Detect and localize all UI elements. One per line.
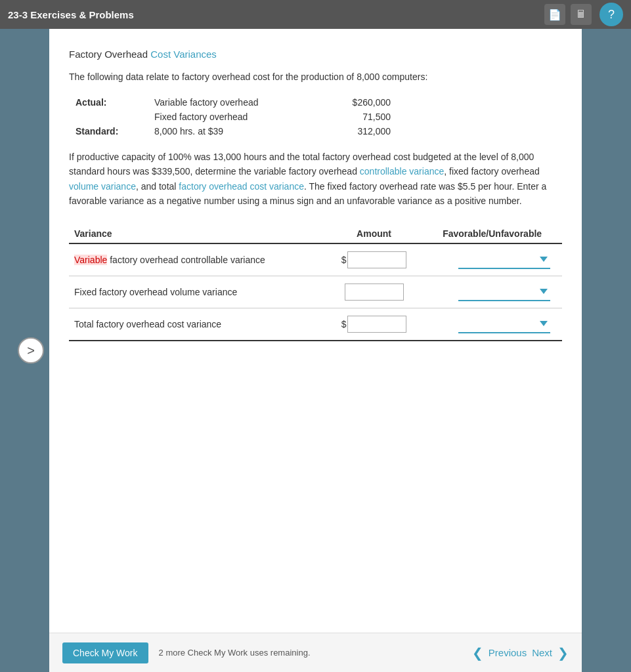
- intro-text: The following data relate to factory ove…: [69, 70, 562, 84]
- variance-label-cell: Fixed factory overhead volume variance: [69, 276, 326, 308]
- variance-label-cell: Variable factory overhead controllable v…: [69, 243, 326, 276]
- actual-row2-value: 71,500: [325, 112, 391, 122]
- amount-cell: $: [326, 308, 423, 341]
- cost-variances-link[interactable]: Cost Variances: [150, 49, 217, 60]
- controllable-variance-link[interactable]: controllable variance: [360, 166, 444, 177]
- standard-value: 312,000: [325, 126, 391, 136]
- actual-row2: Fixed factory overhead 71,500: [76, 112, 562, 122]
- previous-button[interactable]: Previous: [489, 647, 527, 658]
- table-row: Fixed factory overhead volume varianceFa…: [69, 276, 562, 308]
- amount-input[interactable]: [345, 284, 404, 301]
- desc-paragraph: If productive capacity of 100% was 13,00…: [69, 150, 562, 209]
- favorable-dropdown[interactable]: FavorableUnfavorable: [458, 283, 550, 301]
- amount-input[interactable]: [347, 316, 406, 333]
- favorable-cell: FavorableUnfavorable: [422, 308, 562, 341]
- actual-label: Actual:: [76, 97, 154, 108]
- overhead-cost-variance-link[interactable]: factory overhead cost variance: [179, 181, 304, 192]
- standard-label: Standard:: [76, 126, 154, 136]
- page-title: 23-3 Exercises & Problems: [8, 9, 539, 20]
- prev-chevron-icon: ❮: [472, 645, 483, 661]
- actual-row1-desc: Variable factory overhead: [154, 97, 325, 108]
- col-favorable: Favorable/Unfavorable: [422, 224, 562, 243]
- next-chevron-icon: ❯: [557, 645, 569, 661]
- footer-bar: Check My Work 2 more Check My Work uses …: [49, 633, 582, 672]
- standard-desc: 8,000 hrs. at $39: [154, 126, 325, 136]
- desc-part2: , fixed factory overhead: [444, 166, 540, 177]
- volume-variance-link[interactable]: volume variance: [69, 181, 136, 192]
- col-variance: Variance: [69, 224, 326, 243]
- col-amount: Amount: [326, 224, 423, 243]
- amount-cell: [326, 276, 423, 308]
- actual-label-row: Actual: Variable factory overhead $260,0…: [76, 97, 562, 108]
- content-area: Factory Overhead Cost Variances The foll…: [49, 29, 582, 633]
- footer-nav: ❮ Previous Next ❯: [472, 645, 569, 661]
- amount-cell: $: [326, 243, 423, 276]
- favorable-cell: FavorableUnfavorable: [422, 243, 562, 276]
- amount-input[interactable]: [347, 251, 406, 268]
- desc-part3: , and total: [136, 181, 179, 192]
- favorable-cell: FavorableUnfavorable: [422, 276, 562, 308]
- actual-row1-value: $260,000: [325, 97, 391, 108]
- actual-row2-desc: Fixed factory overhead: [154, 112, 325, 122]
- check-my-work-button[interactable]: Check My Work: [62, 642, 148, 663]
- user-icon[interactable]: ?: [599, 3, 623, 26]
- variance-label-cell: Total factory overhead cost variance: [69, 308, 326, 341]
- footer-info: 2 more Check My Work uses remaining.: [159, 648, 462, 658]
- standard-row: Standard: 8,000 hrs. at $39 312,000: [76, 126, 562, 136]
- nav-arrow-left[interactable]: >: [18, 337, 44, 364]
- variance-table: Variance Amount Favorable/Unfavorable Va…: [69, 224, 562, 341]
- data-table: Actual: Variable factory overhead $260,0…: [76, 97, 562, 136]
- next-button[interactable]: Next: [532, 647, 552, 658]
- table-row: Total factory overhead cost variance$Fav…: [69, 308, 562, 341]
- favorable-dropdown[interactable]: FavorableUnfavorable: [458, 315, 550, 333]
- favorable-dropdown[interactable]: FavorableUnfavorable: [458, 251, 550, 269]
- notebook-icon[interactable]: 📄: [544, 4, 565, 25]
- calculator-icon[interactable]: 🖩: [571, 4, 592, 25]
- table-row: Variable factory overhead controllable v…: [69, 243, 562, 276]
- section-title: Factory Overhead Cost Variances: [69, 49, 562, 60]
- top-bar: 23-3 Exercises & Problems 📄 🖩 ?: [0, 0, 631, 29]
